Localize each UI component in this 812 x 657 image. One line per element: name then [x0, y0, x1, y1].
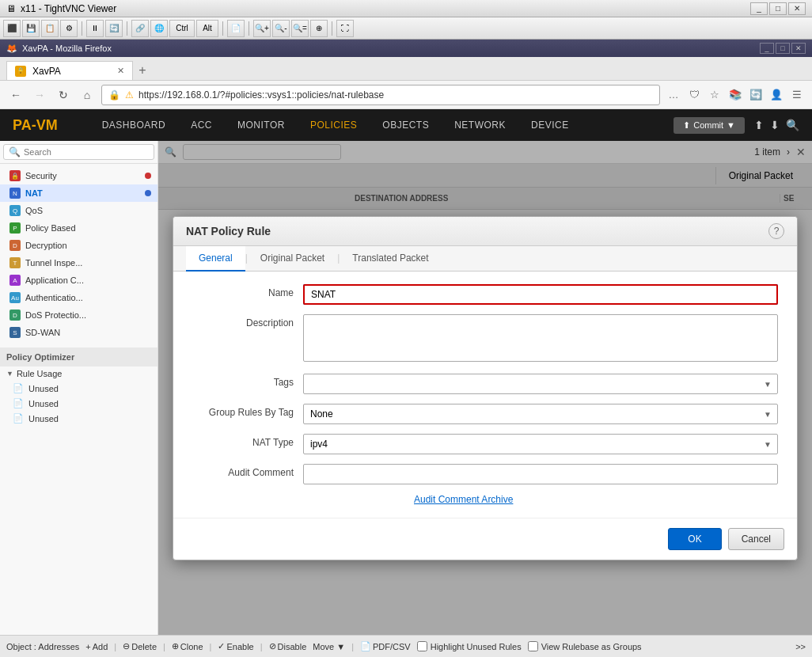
clone-button[interactable]: ⊕ Clone [172, 641, 203, 651]
tags-select[interactable] [303, 374, 778, 394]
group-rules-select[interactable]: None [303, 404, 778, 424]
sidebar-item-dos[interactable]: D DoS Protectio... [0, 306, 157, 324]
name-input[interactable] [303, 284, 778, 305]
tb-btn-zoom-out[interactable]: 🔍- [272, 20, 290, 37]
sidebar-search-bar[interactable]: 🔍 [3, 144, 154, 160]
browser-tab[interactable]: 🔒 XavPA ✕ [6, 61, 133, 80]
nav-dashboard[interactable]: DASHBOARD [89, 109, 179, 141]
maximize-button[interactable]: □ [769, 2, 787, 15]
tb-btn-copy[interactable]: 📄 [227, 20, 245, 37]
sidebar-item-security[interactable]: 🔒 Security [0, 167, 157, 184]
tb-btn-8[interactable]: 🌐 [150, 20, 168, 37]
library-icon[interactable]: 📚 [727, 86, 744, 104]
new-tab-button[interactable]: + [133, 61, 152, 80]
tb-btn-4[interactable]: ⚙ [60, 20, 78, 37]
unused-item-1[interactable]: 📄 Unused [0, 381, 157, 396]
tab-close-button[interactable]: ✕ [117, 66, 124, 76]
tab-translated-packet[interactable]: Translated Packet [340, 246, 441, 272]
description-input[interactable] [303, 314, 778, 362]
browser-close[interactable]: ✕ [791, 43, 806, 54]
nav-acc[interactable]: ACC [178, 109, 225, 141]
enable-button[interactable]: ✓ Enable [218, 641, 253, 651]
toolbar-separator-4 [249, 21, 249, 36]
commit-button[interactable]: ⬆ Commit ▼ [674, 117, 745, 134]
reload-button[interactable]: ↻ [54, 85, 73, 104]
window-title: x11 - TightVNC Viewer [21, 3, 116, 14]
sync-icon[interactable]: 🔄 [747, 86, 765, 104]
more-button[interactable]: >> [795, 642, 806, 651]
browser-window-controls[interactable]: _ □ ✕ [760, 43, 806, 54]
back-button[interactable]: ← [6, 85, 25, 104]
nat-type-select[interactable]: ipv4 ipv6 [303, 434, 778, 454]
browser-maximize[interactable]: □ [776, 43, 790, 54]
tb-btn-ctrl[interactable]: Ctrl [169, 20, 195, 37]
tb-btn-3[interactable]: 📋 [41, 20, 59, 37]
browser-titlebar: 🦊 XavPA - Mozilla Firefox _ □ ✕ [0, 40, 812, 57]
star-icon[interactable]: ☆ [706, 86, 723, 104]
tb-btn-zoom-in[interactable]: 🔍+ [253, 20, 271, 37]
tab-original-packet[interactable]: Original Packet [248, 246, 337, 272]
sidebar-search-input[interactable] [24, 147, 149, 157]
sidebar-item-sdwan[interactable]: S SD-WAN [0, 324, 157, 341]
sidebar-item-decryption[interactable]: D Decryption [0, 237, 157, 254]
sidebar-item-auth[interactable]: Au Authenticatio... [0, 289, 157, 306]
shield-icon[interactable]: 🛡 [685, 86, 703, 104]
highlight-checkbox[interactable] [417, 641, 427, 651]
sidebar-label-qos: QoS [25, 206, 43, 215]
nav-monitor[interactable]: MONITOR [225, 109, 298, 141]
sidebar-label-decryption: Decryption [25, 241, 67, 250]
bookmarks-icon[interactable]: … [665, 86, 682, 104]
browser-minimize[interactable]: _ [760, 43, 774, 54]
minimize-button[interactable]: _ [750, 2, 768, 15]
tb-btn-6[interactable]: 🔄 [105, 20, 123, 37]
tb-btn-5[interactable]: ⏸ [86, 20, 104, 37]
pdf-csv-button[interactable]: 📄 PDF/CSV [360, 641, 411, 651]
highlight-checkbox-label[interactable]: Highlight Unused Rules [417, 641, 522, 651]
tb-btn-alt[interactable]: Alt [196, 20, 218, 37]
close-button[interactable]: ✕ [788, 2, 806, 15]
unused-label-3: Unused [28, 414, 59, 423]
tb-btn-2[interactable]: 💾 [22, 20, 40, 37]
dialog-help-button[interactable]: ? [768, 223, 784, 239]
unused-icon-1: 📄 [13, 383, 24, 393]
nav-device[interactable]: DEVICE [518, 109, 582, 141]
forward-button[interactable]: → [30, 85, 49, 104]
search-header-icon[interactable]: 🔍 [786, 119, 799, 131]
unused-item-3[interactable]: 📄 Unused [0, 411, 157, 426]
nav-objects[interactable]: OBJECTS [370, 109, 442, 141]
delete-button[interactable]: ⊖ Delete [123, 641, 157, 651]
group-rules-control: None ▼ [303, 404, 778, 424]
download-icon[interactable]: ⬇ [770, 119, 780, 131]
upload-icon[interactable]: ⬆ [754, 119, 764, 131]
menu-icon[interactable]: ☰ [788, 86, 806, 104]
ok-button[interactable]: OK [668, 528, 721, 550]
tb-btn-1[interactable]: ⬛ [3, 20, 21, 37]
view-rulebase-checkbox[interactable] [528, 641, 538, 651]
sidebar-item-policy-based[interactable]: P Policy Based [0, 219, 157, 237]
audit-archive-link[interactable]: Audit Comment Archive [414, 494, 513, 505]
view-rulebase-checkbox-label[interactable]: View Rulebase as Groups [528, 641, 642, 651]
tb-btn-zoom-custom[interactable]: ⊕ [310, 20, 328, 37]
nav-policies[interactable]: POLICIES [298, 109, 370, 141]
rule-usage-expand[interactable]: ▼ Rule Usage [0, 366, 157, 381]
move-button[interactable]: Move ▼ [313, 642, 345, 651]
account-icon[interactable]: 👤 [768, 86, 785, 104]
add-button[interactable]: + Add [85, 642, 108, 651]
sidebar-item-tunnel[interactable]: T Tunnel Inspe... [0, 254, 157, 272]
tb-btn-fullscreen[interactable]: ⛶ [336, 20, 354, 37]
audit-comment-input[interactable] [303, 464, 778, 484]
sidebar-item-qos[interactable]: Q QoS [0, 202, 157, 219]
cancel-button[interactable]: Cancel [728, 528, 784, 550]
disable-button[interactable]: ⊘ Disable [269, 641, 307, 651]
tb-btn-7[interactable]: 🔗 [131, 20, 149, 37]
nav-network[interactable]: NETWORK [442, 109, 518, 141]
tb-btn-zoom-fit[interactable]: 🔍= [291, 20, 309, 37]
sidebar-item-app[interactable]: A Application C... [0, 272, 157, 289]
window-controls[interactable]: _ □ ✕ [750, 2, 806, 15]
unused-item-2[interactable]: 📄 Unused [0, 396, 157, 411]
toolbar-separator-2 [127, 21, 127, 36]
url-bar[interactable]: 🔒 ⚠ https://192.168.0.1/?#policies::vsys… [101, 85, 660, 105]
sidebar-item-nat[interactable]: N NAT [0, 184, 157, 202]
home-button[interactable]: ⌂ [78, 85, 97, 104]
tab-general[interactable]: General [186, 246, 245, 272]
